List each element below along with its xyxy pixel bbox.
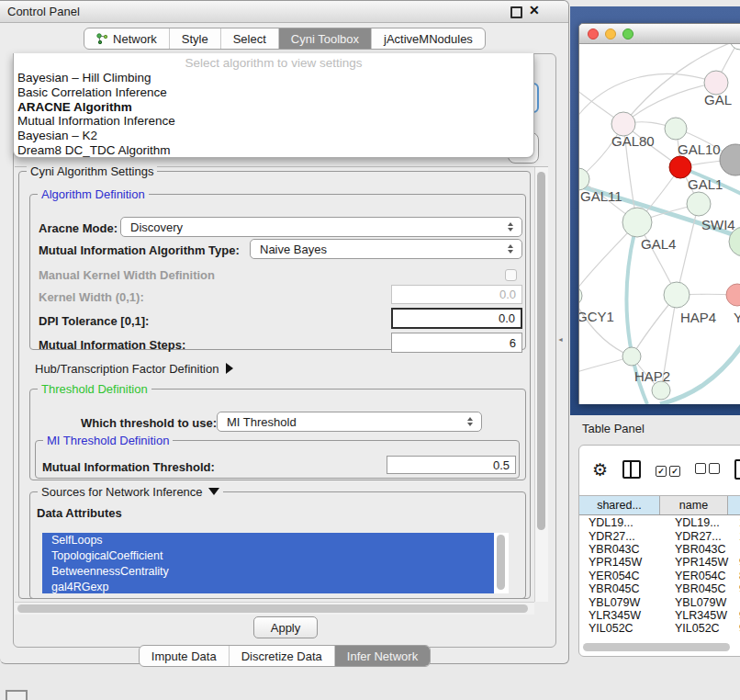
column-header-name[interactable]: name xyxy=(660,496,728,514)
export-table-icon[interactable] xyxy=(734,459,740,480)
kernel-width-field[interactable]: 0.0 xyxy=(391,285,522,304)
tab-infer-network[interactable]: Infer Network xyxy=(335,646,430,666)
close-traffic-light-icon[interactable] xyxy=(588,28,599,40)
control-panel-titlebar[interactable]: Control Panel ✕ xyxy=(0,1,568,23)
network-node[interactable] xyxy=(579,286,582,306)
tab-cyni-toolbox[interactable]: Cyni Toolbox xyxy=(279,28,372,49)
attribute-list-scrollbar[interactable] xyxy=(496,535,506,592)
network-view-window[interactable]: GALGAL80GAL10GAL1GAL11SWI4GAL4GCY1HAP4YH… xyxy=(578,23,740,404)
panel-resize-handle[interactable]: ◄ xyxy=(557,336,564,343)
node-label: HAP2 xyxy=(634,368,670,384)
gear-icon[interactable]: ⚙ xyxy=(592,461,608,479)
dpi-tolerance-field[interactable]: 0.0 xyxy=(391,308,522,329)
data-attributes-list[interactable]: SelfLoopsTopologicalCoefficientBetweenne… xyxy=(42,533,509,593)
table-row[interactable]: YIL052CYIL052C9. xyxy=(579,622,740,634)
manual-kernel-checkbox[interactable] xyxy=(505,269,517,281)
columns-icon[interactable] xyxy=(622,460,641,479)
dpi-tolerance-label: DPI Tolerance [0,1]: xyxy=(39,314,149,328)
table-cell: YPR145W xyxy=(579,556,667,569)
tab-select[interactable]: Select xyxy=(221,28,279,49)
sources-toggle[interactable]: Sources for Network Inference xyxy=(38,485,223,499)
table-row[interactable]: YPR145WYPR145W9. xyxy=(579,556,740,569)
table-horizontal-scrollbar[interactable] xyxy=(581,641,740,652)
table-header: shared... name xyxy=(579,495,740,515)
attribute-list-item[interactable]: BetweennessCentrality xyxy=(42,564,494,580)
algorithm-option[interactable]: Dream8 DC_TDC Algorithm xyxy=(14,143,533,158)
network-node[interactable] xyxy=(652,381,670,400)
network-node[interactable] xyxy=(665,118,687,140)
aracne-mode-value: Discovery xyxy=(121,220,503,234)
aracne-mode-select[interactable]: Discovery xyxy=(120,217,522,237)
tab-label: Infer Network xyxy=(347,649,418,663)
attribute-list-item[interactable]: TopologicalCoefficient xyxy=(42,548,494,564)
tab-discretize-data[interactable]: Discretize Data xyxy=(230,646,335,666)
tab-label: Impute Data xyxy=(151,649,217,663)
minimize-traffic-light-icon[interactable] xyxy=(605,28,616,40)
network-node[interactable] xyxy=(664,282,690,308)
table-row[interactable]: YDL19...YDL19...13 xyxy=(579,516,740,529)
mi-steps-value: 6 xyxy=(510,336,516,350)
network-window-titlebar[interactable] xyxy=(579,24,740,44)
table-cell: YLR345W xyxy=(667,609,734,622)
floating-panel-fragment xyxy=(6,690,28,700)
network-node[interactable] xyxy=(669,156,691,178)
close-icon[interactable]: ✕ xyxy=(529,3,540,17)
show-columns-icon[interactable]: ✓✓ xyxy=(656,461,680,478)
algorithm-option[interactable]: Basic Correlation Inference xyxy=(14,85,533,100)
network-node[interactable] xyxy=(726,284,740,306)
table-row[interactable]: YBR045CYBR045C9. xyxy=(579,582,740,595)
table-cell: YDL19... xyxy=(667,516,734,529)
network-node[interactable] xyxy=(720,144,740,175)
tab-label: jActiveMNodules xyxy=(384,32,473,46)
network-node[interactable] xyxy=(622,208,652,237)
tab-jactivemnodules[interactable]: jActiveMNodules xyxy=(372,28,485,49)
settings-vertical-scrollbar[interactable] xyxy=(534,167,548,602)
table-row[interactable]: YBL079WYBL079W xyxy=(579,595,740,608)
algorithm-option[interactable]: ARACNE Algorithm xyxy=(14,100,533,115)
table-cell: YBL079W xyxy=(667,596,734,609)
table-row[interactable]: YBR043CYBR043C xyxy=(579,543,740,556)
column-header-partial[interactable] xyxy=(728,496,740,514)
algorithm-option[interactable]: Mutual Information Inference xyxy=(14,114,533,129)
control-panel-window: Control Panel ✕ NetworkStyleSelectCyni T… xyxy=(0,0,569,664)
table-row[interactable]: YDR27...YDR27...12 xyxy=(579,529,740,542)
hub-section-toggle[interactable]: Hub/Transcription Factor Definition xyxy=(35,362,233,376)
float-window-icon[interactable] xyxy=(510,6,522,18)
settings-horizontal-scrollbar[interactable] xyxy=(15,602,534,615)
algorithm-option[interactable]: Bayesian – Hill Climbing xyxy=(14,71,533,85)
expanded-arrow-icon xyxy=(208,488,219,495)
tab-impute-data[interactable]: Impute Data xyxy=(140,646,230,666)
algorithm-option[interactable]: Bayesian – K2 xyxy=(14,129,533,143)
tab-style[interactable]: Style xyxy=(170,28,221,49)
network-icon xyxy=(96,33,108,45)
control-panel-tabs: NetworkStyleSelectCyni ToolboxjActiveMNo… xyxy=(84,28,486,50)
column-header-shared[interactable]: shared... xyxy=(579,496,660,514)
network-node[interactable] xyxy=(730,44,740,50)
table-cell: 8. xyxy=(734,570,740,582)
mi-steps-field[interactable]: 6 xyxy=(391,333,522,353)
table-row[interactable]: YER054CYER054C8. xyxy=(579,570,740,582)
which-threshold-label: Which threshold to use: xyxy=(81,416,217,430)
mi-threshold-field[interactable]: 0.5 xyxy=(387,456,516,474)
bottom-tab-row: Impute DataDiscretize DataInfer Network xyxy=(0,645,569,667)
hide-columns-icon[interactable] xyxy=(695,461,720,478)
window-title: Control Panel xyxy=(7,5,80,18)
attribute-list-item[interactable]: SelfLoops xyxy=(42,533,494,548)
node-label: GAL xyxy=(704,92,732,107)
zoom-traffic-light-icon[interactable] xyxy=(622,28,633,40)
mi-threshold-label: Mutual Information Threshold: xyxy=(42,460,215,474)
which-threshold-select[interactable]: MI Threshold xyxy=(217,412,482,432)
network-node[interactable] xyxy=(687,192,711,216)
network-canvas[interactable]: GALGAL80GAL10GAL1GAL11SWI4GAL4GCY1HAP4YH… xyxy=(579,44,740,404)
network-node[interactable] xyxy=(622,347,641,366)
table-cell: YLR345W xyxy=(579,609,667,622)
table-row[interactable]: YLR345WYLR345W9. xyxy=(579,609,740,622)
collapsed-arrow-icon xyxy=(226,363,233,374)
top-tab-row: NetworkStyleSelectCyni ToolboxjActiveMNo… xyxy=(0,28,569,50)
attribute-list-item[interactable]: gal4RGexp xyxy=(42,580,494,593)
mi-algorithm-type-select[interactable]: Naive Bayes xyxy=(250,239,522,259)
apply-button[interactable]: Apply xyxy=(253,616,318,638)
table-cell: YIL052C xyxy=(579,622,667,634)
group-title: Threshold Definition xyxy=(38,382,151,396)
tab-network[interactable]: Network xyxy=(84,28,170,49)
